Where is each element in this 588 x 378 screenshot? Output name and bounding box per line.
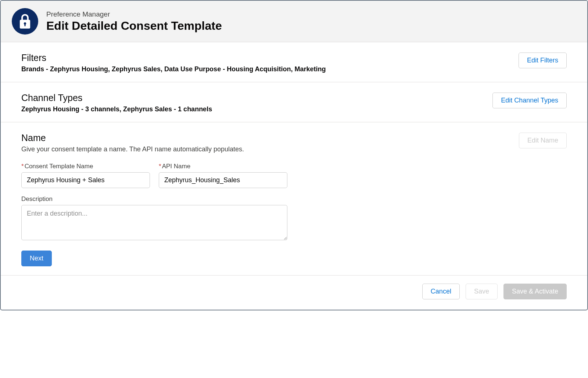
required-star-icon: * <box>159 163 161 170</box>
edit-filters-button[interactable]: Edit Filters <box>519 53 567 68</box>
header-text: Preference Manager Edit Detailed Consent… <box>46 10 222 33</box>
consent-template-name-field: *Consent Template Name <box>21 163 150 188</box>
edit-name-button: Edit Name <box>519 133 567 148</box>
page-title: Edit Detailed Consent Template <box>46 19 222 33</box>
description-field: Description <box>21 195 567 240</box>
channel-types-section: Channel Types Zephyrus Housing - 3 chann… <box>1 82 587 122</box>
next-button[interactable]: Next <box>21 251 52 266</box>
footer: Cancel Save Save & Activate <box>1 276 587 310</box>
channel-types-summary: Zephyrus Housing - 3 channels, Zephyrus … <box>21 105 484 113</box>
name-heading: Name <box>21 133 510 143</box>
cancel-button[interactable]: Cancel <box>422 284 460 299</box>
api-name-label: *API Name <box>159 163 287 170</box>
consent-template-name-input[interactable] <box>21 172 150 188</box>
page-header: Preference Manager Edit Detailed Consent… <box>1 1 587 42</box>
name-section: Name Give your consent template a name. … <box>1 122 587 276</box>
required-star-icon: * <box>21 163 24 170</box>
header-eyebrow: Preference Manager <box>46 10 222 18</box>
api-name-input[interactable] <box>159 172 287 188</box>
name-description: Give your consent template a name. The A… <box>21 145 510 153</box>
save-activate-button[interactable]: Save & Activate <box>503 284 567 299</box>
channel-types-heading: Channel Types <box>21 93 484 103</box>
description-input[interactable] <box>21 205 287 240</box>
save-button[interactable]: Save <box>466 284 498 299</box>
content: Filters Brands - Zephyrus Housing, Zephy… <box>1 42 587 310</box>
api-name-field: *API Name <box>159 163 287 188</box>
lock-icon <box>12 8 38 35</box>
window: Preference Manager Edit Detailed Consent… <box>0 0 588 310</box>
filters-summary: Brands - Zephyrus Housing, Zephyrus Sale… <box>21 65 510 73</box>
filters-section: Filters Brands - Zephyrus Housing, Zephy… <box>1 42 587 82</box>
description-label: Description <box>21 195 567 203</box>
edit-channel-types-button[interactable]: Edit Channel Types <box>492 93 567 108</box>
consent-template-name-label: *Consent Template Name <box>21 163 150 170</box>
filters-heading: Filters <box>21 53 510 63</box>
